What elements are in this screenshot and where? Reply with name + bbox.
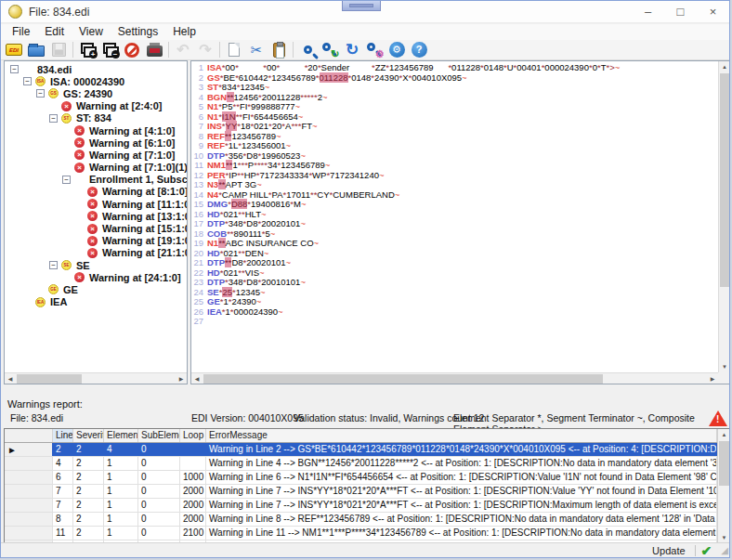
tree-node[interactable]: ×Warning at [24:1:0]: [5, 271, 187, 283]
table-vertical-scrollbar[interactable]: ▲ ▼: [717, 429, 729, 543]
tree-node[interactable]: GEGE: [5, 283, 187, 295]
tree-horizontal-scrollbar[interactable]: ◀ ▶: [5, 372, 187, 384]
tree-expander-icon[interactable]: −: [49, 114, 58, 123]
tree-node[interactable]: ×Warning at [15:1:0]: [5, 222, 187, 234]
column-header-line[interactable]: Line: [53, 429, 73, 442]
tree-expander-icon[interactable]: −: [49, 261, 58, 269]
cell-el: 1: [104, 513, 138, 526]
cut-button[interactable]: ✂: [245, 40, 268, 59]
editor-line[interactable]: 24SE*25*12345~: [191, 288, 718, 298]
tree-node[interactable]: ×Warning at [21:1:0]: [5, 247, 187, 259]
column-header-errormessage[interactable]: ErrorMessage: [206, 429, 717, 442]
editor-horizontal-scrollbar[interactable]: ◀ ▶: [191, 372, 718, 384]
edi-editor-panel[interactable]: 1ISA*00* *00* *20*Sender *ZZ*123456789 *…: [190, 60, 730, 384]
scroll-right-icon[interactable]: ▶: [707, 373, 718, 384]
editor-line[interactable]: 23DTP*348*D8*20010101~: [191, 278, 718, 288]
cell-line: 7: [53, 485, 73, 498]
warning-row[interactable]: 82102000Warning in Line 8 --> REF**12345…: [5, 513, 729, 527]
tree-node[interactable]: ×Warning at [7:1:0](1): [5, 162, 187, 174]
minimize-button[interactable]: –: [632, 1, 664, 23]
tree-node[interactable]: −Enrollment 1, Subscriber: [5, 174, 187, 186]
refresh-button[interactable]: ↻: [341, 40, 363, 59]
search-replace-button[interactable]: ↻: [319, 40, 341, 59]
tree-node[interactable]: ×Warning at [6:1:0]: [5, 137, 187, 149]
menu-settings[interactable]: Settings: [111, 24, 165, 40]
tree-node[interactable]: −GSGS: 24390: [5, 87, 187, 99]
column-header-loop[interactable]: Loop: [180, 429, 206, 442]
editor-vertical-scrollbar[interactable]: ▲ ▼: [718, 61, 729, 372]
column-header-subelement[interactable]: SubElement: [138, 429, 180, 442]
tree-node[interactable]: −STST: 834: [5, 112, 187, 124]
validation-settings-button[interactable]: ⚙: [363, 40, 386, 59]
menu-help[interactable]: Help: [165, 24, 203, 40]
update-button[interactable]: Update: [652, 545, 685, 556]
copy-button[interactable]: [223, 40, 245, 59]
help-button[interactable]: ?: [408, 40, 430, 59]
collapse-all-button[interactable]: −: [98, 40, 121, 59]
save-file-button[interactable]: [47, 40, 70, 59]
scrollbar-thumb[interactable]: [17, 374, 82, 384]
print-button[interactable]: [143, 40, 165, 59]
tree-node-label: GS: 24390: [63, 88, 112, 99]
maximize-button[interactable]: □: [664, 1, 697, 23]
warning-row[interactable]: 72102000Warning in Line 7 --> INS*YY*18*…: [5, 499, 729, 513]
docked-panel-tab[interactable]: [342, 1, 381, 11]
scroll-up-icon[interactable]: ▲: [718, 429, 730, 440]
search-button[interactable]: [296, 40, 319, 59]
tree-node[interactable]: ×Warning at [4:1:0]: [5, 124, 187, 137]
tree-expander-icon[interactable]: −: [36, 89, 45, 98]
menu-edit[interactable]: Edit: [37, 24, 72, 40]
titlebar[interactable]: File: 834.edi – □ ×: [1, 1, 729, 23]
scroll-up-icon[interactable]: ▲: [719, 61, 730, 72]
tree-node[interactable]: −ISAISA: 000024390: [5, 75, 187, 87]
undo-button[interactable]: ↶: [172, 40, 194, 59]
warning-row[interactable]: 72102000Warning in Line 7 --> INS*YY*18*…: [5, 485, 729, 499]
tree-node[interactable]: ×Warning at [19:1:0]: [5, 235, 187, 247]
resize-grip[interactable]: ◢: [721, 545, 728, 555]
redo-button[interactable]: ↷: [194, 40, 216, 59]
menu-view[interactable]: View: [72, 24, 111, 40]
editor-line[interactable]: 27: [191, 317, 718, 327]
warning-row[interactable]: ►2240Warning in Line 2 --> GS*BE*610442*…: [5, 443, 729, 457]
column-header-element[interactable]: Element: [104, 429, 138, 442]
menu-file[interactable]: File: [5, 24, 37, 40]
scroll-left-icon[interactable]: ◀: [5, 373, 16, 384]
warning-row[interactable]: 4210Warning in Line 4 --> BGN**12456*200…: [5, 457, 729, 471]
editor-line[interactable]: 19N1**ABC INSURANCE CO~: [191, 239, 718, 249]
scrollbar-thumb[interactable]: [720, 73, 729, 287]
tree-icon-slot: ×: [74, 125, 87, 136]
tree-expander-icon[interactable]: −: [10, 65, 19, 73]
tree-node[interactable]: IEAIEA: [5, 296, 187, 308]
cut-icon: ✂: [251, 43, 263, 57]
tree-node[interactable]: ×Warning at [8:1:0]: [5, 186, 187, 198]
tree-node[interactable]: −834.edi: [5, 63, 187, 75]
tree-expander-icon[interactable]: −: [23, 77, 32, 85]
warning-row[interactable]: 112102100Warning in Line 11 --> NM1**1**…: [5, 527, 729, 540]
close-button[interactable]: ×: [697, 1, 729, 23]
open-edi-file-button[interactable]: EDI: [3, 40, 25, 59]
scrollbar-thumb[interactable]: [719, 441, 729, 486]
editor-line[interactable]: 15DMG*D88*19400816*M~: [191, 200, 718, 210]
expand-all-button[interactable]: +: [76, 40, 98, 59]
tree-expander-icon[interactable]: −: [62, 176, 71, 184]
tree-node[interactable]: ×Warning at [7:1:0]: [5, 149, 187, 161]
settings-button[interactable]: ⚙: [386, 40, 408, 59]
warning-row[interactable]: 62101000Warning in Line 6 --> N1*I1N**FI…: [5, 471, 729, 485]
stop-validation-button[interactable]: [121, 40, 143, 59]
tree-node[interactable]: ×Warning at [11:1:0]: [5, 198, 187, 210]
tree-node[interactable]: ×Warning at [2:4:0]: [5, 100, 187, 112]
scroll-down-icon[interactable]: ▼: [719, 361, 730, 372]
segment-tree-panel[interactable]: −834.edi−ISAISA: 000024390−GSGS: 24390×W…: [4, 60, 188, 384]
scrollbar-thumb[interactable]: [203, 374, 603, 384]
scroll-right-icon[interactable]: ▶: [176, 373, 187, 384]
tree-node[interactable]: ×Warning at [13:1:0]: [5, 210, 187, 222]
editor-line[interactable]: 12PER*IP**HP*7172343334*WP*7172341240~: [191, 171, 718, 181]
open-file-button[interactable]: [25, 40, 47, 59]
column-header-severity[interactable]: Severity: [73, 429, 104, 442]
tree-node[interactable]: −SESE: [5, 259, 187, 271]
paste-button[interactable]: [268, 40, 290, 59]
editor-line[interactable]: 21DTP**D8*20020101~: [191, 258, 718, 268]
editor-line[interactable]: 26IEA*1*000024390~: [191, 307, 718, 318]
scroll-left-icon[interactable]: ◀: [191, 373, 203, 384]
editor-line[interactable]: 2GS*BE*610442*123456789*011228*0148*2439…: [191, 73, 718, 84]
